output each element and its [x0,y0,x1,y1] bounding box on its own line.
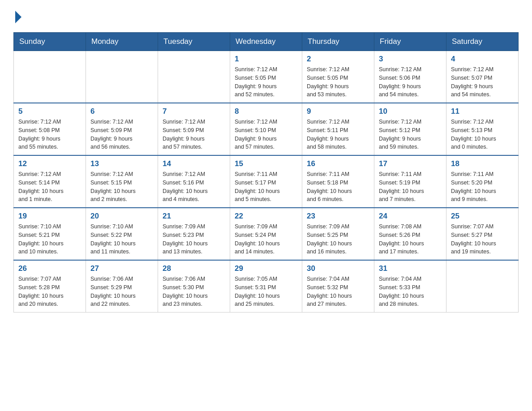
calendar-cell: 18Sunrise: 7:11 AM Sunset: 5:20 PM Dayli… [446,155,519,208]
day-info: Sunrise: 7:11 AM Sunset: 5:20 PM Dayligh… [451,170,514,204]
day-info: Sunrise: 7:11 AM Sunset: 5:18 PM Dayligh… [307,170,369,204]
day-info: Sunrise: 7:12 AM Sunset: 5:05 PM Dayligh… [235,65,297,99]
calendar-week-row: 12Sunrise: 7:12 AM Sunset: 5:14 PM Dayli… [14,155,519,208]
day-info: Sunrise: 7:10 AM Sunset: 5:21 PM Dayligh… [18,223,81,256]
calendar-cell: 23Sunrise: 7:09 AM Sunset: 5:25 PM Dayli… [302,208,374,260]
calendar-cell: 9Sunrise: 7:12 AM Sunset: 5:11 PM Daylig… [302,103,374,155]
calendar-cell: 15Sunrise: 7:11 AM Sunset: 5:17 PM Dayli… [230,155,302,208]
day-number: 25 [451,212,514,221]
day-info: Sunrise: 7:09 AM Sunset: 5:25 PM Dayligh… [307,223,369,256]
day-info: Sunrise: 7:12 AM Sunset: 5:13 PM Dayligh… [451,118,514,151]
calendar-cell: 31Sunrise: 7:04 AM Sunset: 5:33 PM Dayli… [374,260,446,313]
day-number: 14 [163,159,225,168]
calendar-week-row: 5Sunrise: 7:12 AM Sunset: 5:08 PM Daylig… [14,103,519,155]
calendar-header-row: SundayMondayTuesdayWednesdayThursdayFrid… [14,33,519,51]
calendar-day-header: Friday [374,33,446,51]
day-number: 16 [307,159,369,168]
calendar-day-header: Thursday [302,33,374,51]
calendar-cell: 13Sunrise: 7:12 AM Sunset: 5:15 PM Dayli… [86,155,158,208]
day-number: 5 [18,107,81,116]
day-number: 30 [307,264,369,273]
day-number: 12 [18,159,81,168]
day-info: Sunrise: 7:12 AM Sunset: 5:07 PM Dayligh… [451,65,514,99]
day-info: Sunrise: 7:12 AM Sunset: 5:15 PM Dayligh… [90,170,153,204]
day-number: 17 [379,159,442,168]
calendar-cell: 12Sunrise: 7:12 AM Sunset: 5:14 PM Dayli… [14,155,86,208]
day-info: Sunrise: 7:12 AM Sunset: 5:05 PM Dayligh… [307,65,369,99]
calendar-week-row: 1Sunrise: 7:12 AM Sunset: 5:05 PM Daylig… [14,51,519,103]
calendar-cell: 11Sunrise: 7:12 AM Sunset: 5:13 PM Dayli… [446,103,519,155]
calendar-cell: 2Sunrise: 7:12 AM Sunset: 5:05 PM Daylig… [302,51,374,103]
day-info: Sunrise: 7:12 AM Sunset: 5:08 PM Dayligh… [18,118,81,151]
day-number: 31 [379,264,442,273]
calendar-week-row: 26Sunrise: 7:07 AM Sunset: 5:28 PM Dayli… [14,260,519,313]
calendar-cell: 1Sunrise: 7:12 AM Sunset: 5:05 PM Daylig… [230,51,302,103]
calendar-cell: 5Sunrise: 7:12 AM Sunset: 5:08 PM Daylig… [14,103,86,155]
day-info: Sunrise: 7:12 AM Sunset: 5:09 PM Dayligh… [163,118,225,151]
day-number: 21 [163,212,225,221]
day-number: 28 [163,264,225,273]
calendar-cell: 19Sunrise: 7:10 AM Sunset: 5:21 PM Dayli… [14,208,86,260]
day-info: Sunrise: 7:05 AM Sunset: 5:31 PM Dayligh… [235,275,297,308]
day-info: Sunrise: 7:11 AM Sunset: 5:17 PM Dayligh… [235,170,297,204]
calendar-cell [158,51,230,103]
day-info: Sunrise: 7:12 AM Sunset: 5:06 PM Dayligh… [379,65,442,99]
day-number: 19 [18,212,81,221]
day-info: Sunrise: 7:10 AM Sunset: 5:22 PM Dayligh… [90,223,153,256]
day-info: Sunrise: 7:06 AM Sunset: 5:29 PM Dayligh… [90,275,153,308]
day-number: 22 [235,212,297,221]
day-info: Sunrise: 7:12 AM Sunset: 5:11 PM Dayligh… [307,118,369,151]
calendar-cell: 10Sunrise: 7:12 AM Sunset: 5:12 PM Dayli… [374,103,446,155]
calendar-cell: 28Sunrise: 7:06 AM Sunset: 5:30 PM Dayli… [158,260,230,313]
day-number: 2 [307,55,369,64]
day-info: Sunrise: 7:12 AM Sunset: 5:16 PM Dayligh… [163,170,225,204]
logo [13,9,23,23]
day-info: Sunrise: 7:12 AM Sunset: 5:12 PM Dayligh… [379,118,442,151]
calendar-cell: 6Sunrise: 7:12 AM Sunset: 5:09 PM Daylig… [86,103,158,155]
day-number: 3 [379,55,442,64]
day-number: 8 [235,107,297,116]
logo-arrow-icon [15,11,21,23]
day-info: Sunrise: 7:11 AM Sunset: 5:19 PM Dayligh… [379,170,442,204]
day-info: Sunrise: 7:07 AM Sunset: 5:28 PM Dayligh… [18,275,81,308]
day-info: Sunrise: 7:04 AM Sunset: 5:33 PM Dayligh… [379,275,442,308]
calendar-day-header: Tuesday [158,33,230,51]
calendar-cell [446,260,519,313]
page-header [13,9,519,23]
day-number: 1 [235,55,297,64]
day-number: 18 [451,159,514,168]
calendar-cell: 26Sunrise: 7:07 AM Sunset: 5:28 PM Dayli… [14,260,86,313]
calendar-cell: 16Sunrise: 7:11 AM Sunset: 5:18 PM Dayli… [302,155,374,208]
day-info: Sunrise: 7:08 AM Sunset: 5:26 PM Dayligh… [379,223,442,256]
calendar-cell [86,51,158,103]
calendar-day-header: Saturday [446,33,519,51]
day-number: 23 [307,212,369,221]
day-number: 29 [235,264,297,273]
day-info: Sunrise: 7:12 AM Sunset: 5:10 PM Dayligh… [235,118,297,151]
calendar-day-header: Wednesday [230,33,302,51]
day-number: 26 [18,264,81,273]
day-number: 11 [451,107,514,116]
calendar-day-header: Monday [86,33,158,51]
day-number: 7 [163,107,225,116]
calendar-cell: 7Sunrise: 7:12 AM Sunset: 5:09 PM Daylig… [158,103,230,155]
calendar-cell: 20Sunrise: 7:10 AM Sunset: 5:22 PM Dayli… [86,208,158,260]
calendar-cell: 24Sunrise: 7:08 AM Sunset: 5:26 PM Dayli… [374,208,446,260]
day-number: 24 [379,212,442,221]
day-number: 15 [235,159,297,168]
calendar-cell: 22Sunrise: 7:09 AM Sunset: 5:24 PM Dayli… [230,208,302,260]
calendar-week-row: 19Sunrise: 7:10 AM Sunset: 5:21 PM Dayli… [14,208,519,260]
calendar-table: SundayMondayTuesdayWednesdayThursdayFrid… [13,32,519,313]
calendar-cell: 27Sunrise: 7:06 AM Sunset: 5:29 PM Dayli… [86,260,158,313]
day-info: Sunrise: 7:12 AM Sunset: 5:14 PM Dayligh… [18,170,81,204]
calendar-cell: 30Sunrise: 7:04 AM Sunset: 5:32 PM Dayli… [302,260,374,313]
day-info: Sunrise: 7:07 AM Sunset: 5:27 PM Dayligh… [451,223,514,256]
calendar-day-header: Sunday [14,33,86,51]
calendar-cell: 21Sunrise: 7:09 AM Sunset: 5:23 PM Dayli… [158,208,230,260]
day-number: 10 [379,107,442,116]
calendar-cell: 4Sunrise: 7:12 AM Sunset: 5:07 PM Daylig… [446,51,519,103]
calendar-cell: 8Sunrise: 7:12 AM Sunset: 5:10 PM Daylig… [230,103,302,155]
calendar-cell: 29Sunrise: 7:05 AM Sunset: 5:31 PM Dayli… [230,260,302,313]
day-number: 20 [90,212,153,221]
day-number: 27 [90,264,153,273]
